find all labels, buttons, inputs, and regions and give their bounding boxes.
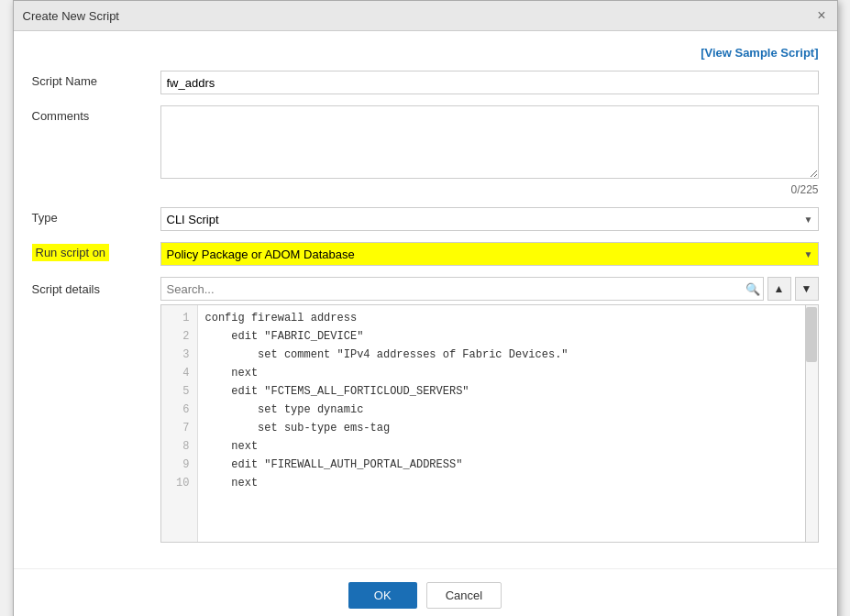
- run-script-label-text: Run script on: [32, 244, 110, 261]
- code-content[interactable]: config firewall address edit "FABRIC_DEV…: [198, 305, 818, 542]
- dialog-body: [View Sample Script] Script Name Comment…: [14, 31, 837, 568]
- script-details-label: Script details: [32, 277, 160, 296]
- cancel-button[interactable]: Cancel: [426, 582, 502, 609]
- scrollbar-thumb: [806, 307, 817, 362]
- dialog-titlebar: Create New Script ×: [14, 1, 837, 31]
- view-sample-link-row: [View Sample Script]: [32, 46, 819, 60]
- search-icon: 🔍: [745, 282, 760, 296]
- type-control: CLI ScriptTCL Script: [160, 207, 819, 231]
- script-name-row: Script Name: [32, 71, 819, 94]
- code-editor-wrapper: 12345678910 config firewall address edit…: [160, 304, 819, 543]
- close-button[interactable]: ×: [815, 8, 827, 23]
- run-script-control: Policy Package or ADOM DatabaseDevice Da…: [160, 242, 819, 266]
- run-script-label: Run script on: [32, 242, 160, 259]
- ok-button[interactable]: OK: [348, 582, 417, 609]
- run-script-select-wrapper: Policy Package or ADOM DatabaseDevice Da…: [160, 242, 819, 266]
- code-editor[interactable]: 12345678910 config firewall address edit…: [161, 305, 818, 542]
- arrow-down-button[interactable]: ▼: [795, 277, 819, 301]
- script-name-label: Script Name: [32, 71, 160, 88]
- arrow-up-button[interactable]: ▲: [767, 277, 791, 301]
- search-input-wrapper: 🔍: [160, 277, 764, 301]
- run-script-row: Run script on Policy Package or ADOM Dat…: [32, 242, 819, 266]
- script-name-control: [160, 71, 819, 94]
- line-numbers: 12345678910: [161, 305, 198, 542]
- script-name-input[interactable]: [160, 71, 819, 94]
- search-icon-button[interactable]: 🔍: [745, 282, 760, 296]
- comments-row: Comments 0/225: [32, 105, 819, 196]
- comments-label: Comments: [32, 105, 160, 123]
- char-count: 0/225: [160, 183, 819, 196]
- type-select[interactable]: CLI ScriptTCL Script: [160, 207, 819, 231]
- dialog-title: Create New Script: [23, 9, 119, 23]
- script-details-control: 🔍 ▲ ▼ 12345678910 config firewall addres…: [160, 277, 819, 543]
- search-row: 🔍 ▲ ▼: [160, 277, 819, 301]
- view-sample-link[interactable]: [View Sample Script]: [701, 46, 818, 60]
- comments-control: 0/225: [160, 105, 819, 196]
- type-label: Type: [32, 207, 160, 225]
- arrow-up-icon: ▲: [774, 282, 785, 295]
- search-input[interactable]: [160, 277, 764, 301]
- type-row: Type CLI ScriptTCL Script: [32, 207, 819, 231]
- comments-textarea[interactable]: [160, 105, 819, 179]
- scrollbar[interactable]: [805, 305, 818, 542]
- type-select-wrapper: CLI ScriptTCL Script: [160, 207, 819, 231]
- create-script-dialog: Create New Script × [View Sample Script]…: [13, 0, 838, 616]
- run-script-select[interactable]: Policy Package or ADOM DatabaseDevice Da…: [160, 242, 819, 266]
- script-details-row: Script details 🔍 ▲ ▼: [32, 277, 819, 543]
- arrow-down-icon: ▼: [801, 282, 812, 295]
- dialog-footer: OK Cancel: [14, 568, 837, 616]
